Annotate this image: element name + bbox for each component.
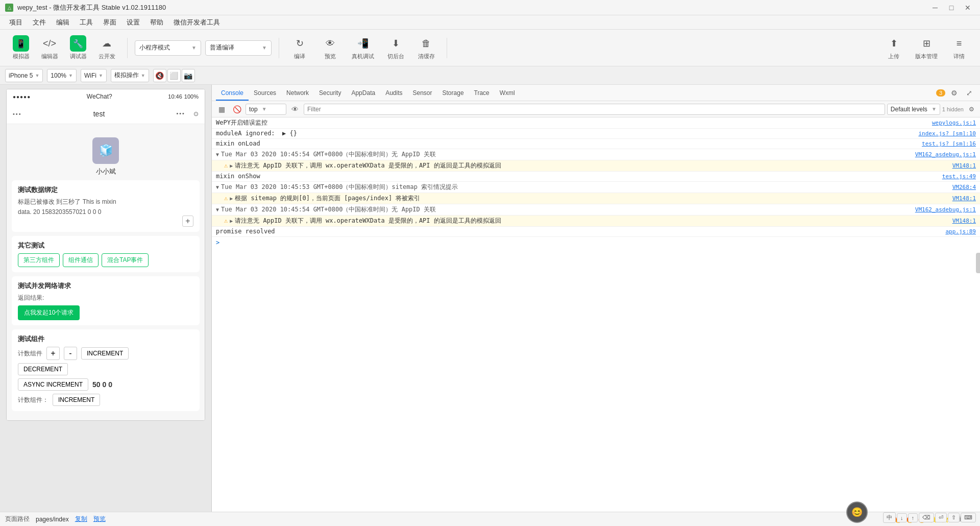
decrement-btn[interactable]: DECREMENT xyxy=(18,363,68,375)
expand-arrow-1[interactable]: ▼ xyxy=(216,152,219,157)
third-party-btn[interactable]: 第三方组件 xyxy=(18,253,60,267)
add-button[interactable]: + xyxy=(182,216,193,227)
simulator-tool[interactable]: 📱 模拟器 xyxy=(8,33,34,62)
screenshot-btn[interactable]: 📷 xyxy=(182,69,195,82)
context-selector[interactable]: top ▼ xyxy=(246,104,286,115)
tab-security[interactable]: Security xyxy=(314,87,346,101)
cloud-tool[interactable]: ☁ 云开发 xyxy=(93,33,120,62)
refresh-tool[interactable]: ↻ 编译 xyxy=(286,33,313,62)
rotate-toggle[interactable]: ⬜ xyxy=(167,69,181,82)
ime-enter-btn[interactable]: ⏎ xyxy=(935,513,947,522)
console-settings-icon[interactable]: ⚙ xyxy=(947,87,961,99)
plus-btn[interactable]: + xyxy=(46,347,60,360)
toolbar-right-group: ⬆ 上传 ⊞ 版本管理 ≡ 详情 xyxy=(880,33,972,62)
clearcache-label: 清缓存 xyxy=(418,53,435,60)
log-warning-source-sitemap[interactable]: VM148:1 xyxy=(948,195,976,202)
phone-content[interactable]: 🧊 小小斌 测试数据绑定 标题已被修改 到三秒了 This is mixin d… xyxy=(7,124,205,420)
minus-btn[interactable]: - xyxy=(64,347,77,360)
ime-keyboard-btn[interactable]: ⌨ xyxy=(961,513,976,522)
window-controls[interactable]: ─ □ ✕ xyxy=(928,2,975,13)
menu-settings[interactable]: 设置 xyxy=(122,17,144,28)
avatar-corner[interactable]: 😊 xyxy=(846,501,868,523)
component-comm-btn[interactable]: 组件通信 xyxy=(63,253,99,267)
log-source-3[interactable]: test.js? [sm]:16 xyxy=(918,140,976,147)
log-group-sitemap-source[interactable]: VM268:4 xyxy=(948,184,976,190)
ime-backspace-btn[interactable]: ⌫ xyxy=(919,513,934,522)
tab-appdata[interactable]: AppData xyxy=(346,87,380,101)
detail-tool[interactable]: ≡ 详情 xyxy=(946,33,972,62)
nav-icons-group: 🔇 ⬜ 📷 xyxy=(153,69,195,82)
action-selector[interactable]: 模拟操作 ▼ xyxy=(111,69,149,82)
menu-edit[interactable]: 编辑 xyxy=(52,17,74,28)
mode-arrow: ▼ xyxy=(191,45,197,51)
ime-zh-btn[interactable]: 中 xyxy=(883,512,896,523)
mode-selector[interactable]: 小程序模式 ▼ xyxy=(135,40,201,56)
more-increment-btn[interactable]: INCREMENT xyxy=(53,394,100,406)
log-warning-source-1[interactable]: VM148:1 xyxy=(948,162,976,169)
log-group-source-3[interactable]: VM162_asdebug.js:1 xyxy=(911,206,976,213)
clear-console-icon[interactable]: 🚫 xyxy=(230,104,243,115)
log-source-promise[interactable]: app.js:89 xyxy=(941,228,976,235)
filter-input[interactable] xyxy=(304,104,885,115)
ime-shift-btn[interactable]: ⇧ xyxy=(948,513,960,522)
ime-up-btn[interactable]: ↑ xyxy=(908,513,918,522)
tab-console[interactable]: Console xyxy=(216,87,249,101)
backend-tool[interactable]: ⬇ 切后台 xyxy=(382,33,409,62)
eye-toggle-icon[interactable]: 👁 xyxy=(288,104,302,115)
device-selector[interactable]: iPhone 5 ▼ xyxy=(5,69,43,82)
close-button[interactable]: ✕ xyxy=(961,2,975,13)
version-tool[interactable]: ⊞ 版本管理 xyxy=(911,33,942,62)
zoom-selector[interactable]: 100% ▼ xyxy=(47,69,77,82)
debugger-tool[interactable]: 🔧 调试器 xyxy=(65,33,91,62)
log-source-1[interactable]: wepylogs.js:1 xyxy=(928,119,976,126)
compile-selector[interactable]: 普通编译 ▼ xyxy=(205,40,272,56)
record-btn[interactable]: ⊙ xyxy=(193,110,199,117)
expand-arrow-wsite[interactable]: ▶ xyxy=(230,196,233,201)
menu-wechat[interactable]: 微信开发者工具 xyxy=(169,17,224,28)
log-level-selector[interactable]: Default levels ▼ xyxy=(887,104,940,115)
menu-tools[interactable]: 工具 xyxy=(76,17,97,28)
tab-storage[interactable]: Storage xyxy=(437,87,469,101)
log-source-mixinshow[interactable]: test.js:49 xyxy=(938,173,976,180)
log-warning-source-3[interactable]: VM148:1 xyxy=(948,218,976,224)
log-line-promise: promise resolved app.js:89 xyxy=(212,227,980,237)
maximize-button[interactable]: □ xyxy=(944,2,959,13)
menu-file[interactable]: 文件 xyxy=(29,17,50,28)
network-selector[interactable]: WiFi ▼ xyxy=(81,69,107,82)
sidebar-toggle-icon[interactable]: ▦ xyxy=(215,104,228,115)
realdevice-tool[interactable]: 📲 真机调试 xyxy=(348,33,378,62)
expand-arrow-sitemap[interactable]: ▼ xyxy=(216,184,219,190)
upload-tool[interactable]: ⬆ 上传 xyxy=(880,33,907,62)
copy-btn[interactable]: 复制 xyxy=(75,515,87,523)
tab-sources[interactable]: Sources xyxy=(249,87,281,101)
clearcache-tool[interactable]: 🗑 清缓存 xyxy=(413,33,439,62)
expand-arrow-w1[interactable]: ▶ xyxy=(230,163,233,169)
devtools-gear-icon[interactable]: ⚙ xyxy=(966,104,977,115)
preview-tool[interactable]: 👁 预览 xyxy=(317,33,344,62)
expand-arrow-3[interactable]: ▼ xyxy=(216,207,219,212)
menu-help[interactable]: 帮助 xyxy=(146,17,167,28)
menu-project[interactable]: 项目 xyxy=(5,17,27,28)
async-increment-btn[interactable]: ASYNC INCREMENT xyxy=(18,378,88,391)
tab-network[interactable]: Network xyxy=(281,87,314,101)
editor-tool[interactable]: </> 编辑器 xyxy=(36,33,63,62)
log-source-2[interactable]: index.js? [sm]:10 xyxy=(914,130,976,137)
right-side-handle[interactable] xyxy=(976,253,980,273)
menu-interface[interactable]: 界面 xyxy=(99,17,120,28)
audio-toggle[interactable]: 🔇 xyxy=(153,69,166,82)
tab-sensor[interactable]: Sensor xyxy=(408,87,437,101)
path-preview-btn[interactable]: 预览 xyxy=(93,515,106,523)
log-group-source-1[interactable]: VM162_asdebug.js:1 xyxy=(911,151,976,158)
mixed-tap-btn[interactable]: 混合TAP事件 xyxy=(102,253,149,267)
ime-down-btn[interactable]: ↓ xyxy=(897,513,907,522)
minimize-button[interactable]: ─ xyxy=(928,2,942,13)
tab-audits[interactable]: Audits xyxy=(380,87,407,101)
tab-trace[interactable]: Trace xyxy=(469,87,495,101)
data-binding-data: data. 20 1583203557021 0 0 0 xyxy=(18,208,193,216)
network-request-btn[interactable]: 点我发起10个请求 xyxy=(18,305,80,320)
console-input[interactable] xyxy=(222,239,976,246)
tab-wxml[interactable]: Wxml xyxy=(495,87,520,101)
increment-btn[interactable]: INCREMENT xyxy=(81,347,129,360)
console-expand-icon[interactable]: ⤢ xyxy=(963,87,976,99)
expand-arrow-w3[interactable]: ▶ xyxy=(230,218,233,224)
